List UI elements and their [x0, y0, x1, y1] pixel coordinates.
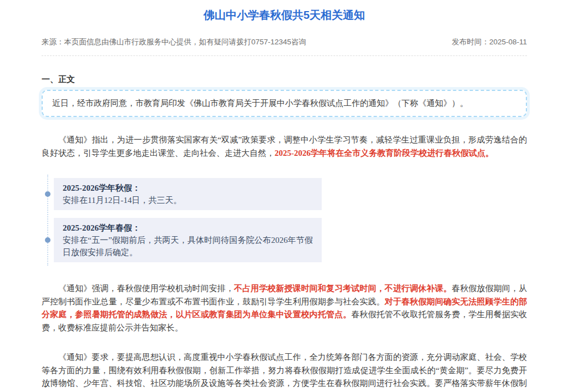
page-title: 佛山中小学春秋假共5天相关通知	[42, 8, 527, 22]
holiday-timeline: 2025-2026学年秋假： 安排在11月12日-14日，共三天。 2025-2…	[42, 175, 527, 266]
timeline-card-spring: 2025-2026学年春假： 安排在“五一”假期前后，共两天，具体时间待国务院公…	[54, 218, 322, 262]
timeline-item-spring: 2025-2026学年春假： 安排在“五一”假期前后，共两天，具体时间待国务院公…	[54, 218, 527, 262]
paragraph-intent: 《通知》指出，为进一步贯彻落实国家有关“双减”政策要求，调整中小学生学习节奏，减…	[42, 134, 527, 160]
paragraph-rules-highlight1: 不占用学校新授课时间和复习考试时间，不进行调休补课。	[234, 284, 452, 293]
meta-row: 来源：本页面信息由佛山市行政服务中心提供，如有疑问请拨打0757-12345咨询…	[42, 37, 527, 56]
lead-summary-text: 近日，经市政府同意，市教育局印发《佛山市教育局关于开展中小学春秋假试点工作的通知…	[52, 99, 468, 108]
paragraph-rules-seg1: 《通知》强调，春秋假使用学校机动时间安排，	[58, 284, 234, 293]
timeline-card-title: 2025-2026学年秋假：	[63, 182, 313, 194]
section-heading: 一、正文	[42, 74, 527, 85]
timeline-dotted-line	[47, 175, 48, 266]
notice-page: 佛山中小学春秋假共5天相关通知 来源：本页面信息由佛山市行政服务中心提供，如有疑…	[0, 0, 568, 392]
timeline-card-text: 安排在“五一”假期前后，共两天，具体时间待国务院公布2026年节假日放假安排后确…	[63, 234, 313, 258]
paragraph-intent-highlight: 2025-2026学年将在全市义务教育阶段学校进行春秋假试点。	[275, 149, 494, 157]
timeline-card-text: 安排在11月12日-14日，共三天。	[63, 194, 313, 206]
paragraph-rules: 《通知》强调，春秋假使用学校机动时间安排，不占用学校新授课时间和复习考试时间，不…	[42, 282, 527, 334]
timeline-dot-icon	[45, 237, 50, 243]
source-text: 来源：本页面信息由佛山市行政服务中心提供，如有疑问请拨打0757-12345咨询	[42, 37, 306, 47]
lead-summary-box: 近日，经市政府同意，市教育局印发《佛山市教育局关于开展中小学春秋假试点工作的通知…	[42, 90, 527, 117]
publish-time-text: 发布时间：2025-08-11	[452, 37, 527, 47]
notice-body: 《通知》指出，为进一步贯彻落实国家有关“双减”政策要求，调整中小学生学习节奏，减…	[42, 134, 527, 392]
paragraph-requirements: 《通知》要求，要提高思想认识，高度重视中小学春秋假试点工作，全力统筹各部门各方面…	[42, 351, 527, 392]
timeline-card-autumn: 2025-2026学年秋假： 安排在11月12日-14日，共三天。	[54, 178, 322, 210]
timeline-item-autumn: 2025-2026学年秋假： 安排在11月12日-14日，共三天。	[54, 178, 527, 210]
timeline-dot-icon	[45, 191, 50, 197]
timeline-card-title: 2025-2026学年春假：	[63, 222, 313, 234]
